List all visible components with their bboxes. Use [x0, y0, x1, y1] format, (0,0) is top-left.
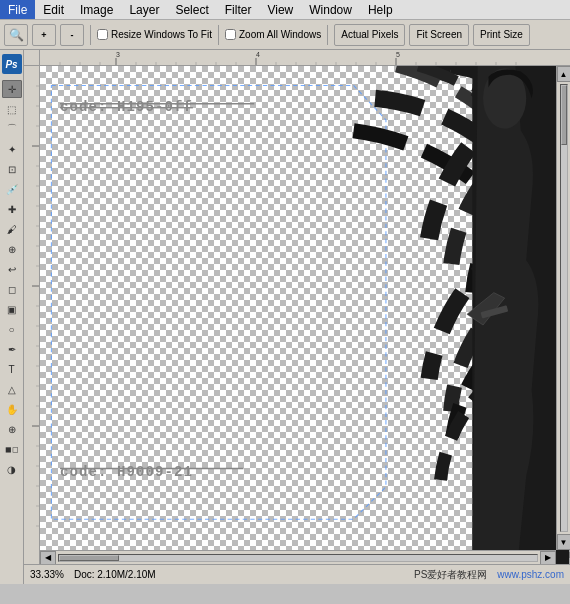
scroll-up-button[interactable]: ▲ — [557, 66, 571, 82]
scroll-left-button[interactable]: ◀ — [40, 551, 56, 565]
ruler-corner — [24, 50, 40, 66]
marquee-tool[interactable]: ⬚ — [2, 100, 22, 118]
main-area: Ps ✛ ⬚ ⌒ ✦ ⊡ 💉 ✚ 🖌 ⊕ ↩ ◻ ▣ ○ ✒ T △ ✋ ⊕ ◼… — [0, 50, 570, 584]
menu-help[interactable]: Help — [360, 0, 401, 19]
quick-mask-mode[interactable]: ◑ — [2, 460, 22, 478]
doc-info: Doc: 2.10M/2.10M — [74, 569, 156, 580]
canvas-content: code: H195-0ff code: H9009-21 — [40, 66, 570, 584]
heal-tool[interactable]: ✚ — [2, 200, 22, 218]
magic-wand-tool[interactable]: ✦ — [2, 140, 22, 158]
horizontal-ruler: 3 4 5 — [40, 50, 570, 66]
zoom-all-checkbox[interactable] — [225, 29, 236, 40]
menu-filter[interactable]: Filter — [217, 0, 260, 19]
scroll-thumb-v[interactable] — [561, 85, 567, 145]
crop-tool[interactable]: ⊡ — [2, 160, 22, 178]
stamp-tool[interactable]: ⊕ — [2, 240, 22, 258]
eyedropper-tool[interactable]: 💉 — [2, 180, 22, 198]
menu-bar: File Edit Image Layer Select Filter View… — [0, 0, 570, 20]
actual-pixels-button[interactable]: Actual Pixels — [334, 24, 405, 46]
scroll-right-button[interactable]: ▶ — [540, 551, 556, 565]
move-tool[interactable]: ✛ — [2, 80, 22, 98]
menu-edit[interactable]: Edit — [35, 0, 72, 19]
zoom-all-label[interactable]: Zoom All Windows — [225, 29, 321, 40]
brush-tool[interactable]: 🖌 — [2, 220, 22, 238]
lasso-tool[interactable]: ⌒ — [2, 120, 22, 138]
fit-screen-button[interactable]: Fit Screen — [409, 24, 469, 46]
vertical-ruler — [24, 66, 40, 584]
dodge-tool[interactable]: ○ — [2, 320, 22, 338]
menu-file[interactable]: File — [0, 0, 35, 19]
zoom-level: 33.33% — [30, 569, 64, 580]
website-url: www.pshz.com — [497, 569, 564, 580]
toolbar-separator-1 — [90, 25, 91, 45]
zoom-tool[interactable]: ⊕ — [2, 420, 22, 438]
svg-text:code: H9009-21: code: H9009-21 — [60, 464, 193, 480]
toolbox: Ps ✛ ⬚ ⌒ ✦ ⊡ 💉 ✚ 🖌 ⊕ ↩ ◻ ▣ ○ ✒ T △ ✋ ⊕ ◼… — [0, 50, 24, 584]
zoom-in-icon[interactable]: + — [32, 24, 56, 46]
menu-image[interactable]: Image — [72, 0, 121, 19]
menu-window[interactable]: Window — [301, 0, 360, 19]
zoom-out-icon[interactable]: - — [60, 24, 84, 46]
website-label: PS爱好者教程网 — [414, 568, 487, 582]
pen-tool[interactable]: ✒ — [2, 340, 22, 358]
print-size-button[interactable]: Print Size — [473, 24, 530, 46]
hand-tool[interactable]: ✋ — [2, 400, 22, 418]
resize-windows-checkbox[interactable] — [97, 29, 108, 40]
scroll-track-h[interactable] — [58, 554, 538, 562]
toolbar: 🔍 + - Resize Windows To Fit Zoom All Win… — [0, 20, 570, 50]
resize-windows-label[interactable]: Resize Windows To Fit — [97, 29, 212, 40]
history-brush-tool[interactable]: ↩ — [2, 260, 22, 278]
text-tool[interactable]: T — [2, 360, 22, 378]
ps-logo: Ps — [2, 54, 22, 74]
svg-text:code: H195-0ff: code: H195-0ff — [60, 99, 193, 115]
fg-bg-colors[interactable]: ◼◻ — [2, 440, 22, 458]
svg-marker-47 — [51, 85, 386, 519]
scroll-track-v[interactable] — [560, 84, 568, 532]
status-bar: 33.33% Doc: 2.10M/2.10M PS爱好者教程网 www.psh… — [24, 564, 570, 584]
menu-select[interactable]: Select — [167, 0, 216, 19]
shape-tool[interactable]: △ — [2, 380, 22, 398]
gradient-tool[interactable]: ▣ — [2, 300, 22, 318]
toolbar-separator-2 — [218, 25, 219, 45]
toolbar-separator-3 — [327, 25, 328, 45]
horizontal-scrollbar[interactable]: ◀ ▶ — [40, 550, 556, 564]
eraser-tool[interactable]: ◻ — [2, 280, 22, 298]
zoom-tool-icon[interactable]: 🔍 — [4, 24, 28, 46]
scroll-down-button[interactable]: ▼ — [557, 534, 571, 550]
canvas-board[interactable]: code: H195-0ff code: H9009-21 — [40, 66, 570, 584]
scroll-thumb-h[interactable] — [59, 555, 119, 561]
canvas-area[interactable]: 3 4 5 — [24, 50, 570, 584]
menu-view[interactable]: View — [259, 0, 301, 19]
vertical-scrollbar[interactable]: ▲ ▼ — [556, 66, 570, 550]
menu-layer[interactable]: Layer — [121, 0, 167, 19]
